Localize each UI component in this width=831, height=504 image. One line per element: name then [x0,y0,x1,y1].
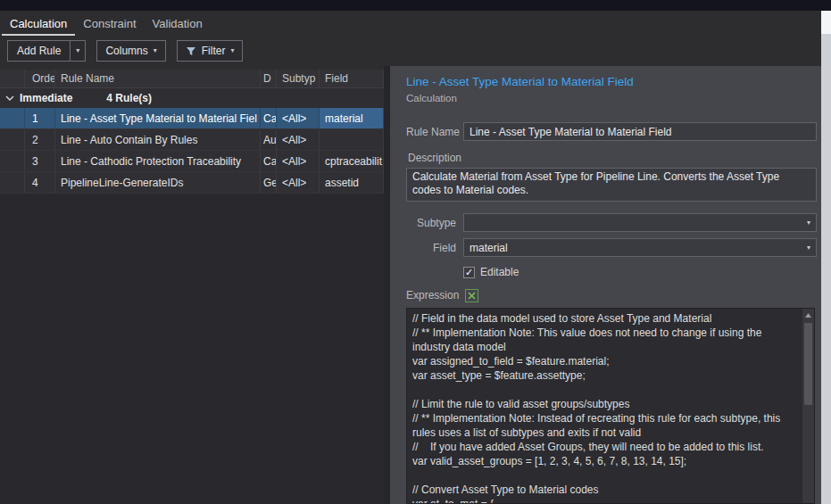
cell-d[interactable]: Ge [261,172,277,193]
tab-constraint[interactable]: Constraint [75,11,144,36]
code-line [412,383,800,397]
cell-handle[interactable] [0,151,25,171]
check-icon: ✓ [465,268,473,277]
window-titlebar [0,0,831,11]
cell-order[interactable]: 1 [25,108,55,128]
tab-calculation[interactable]: Calculation [2,11,75,36]
expression-code: // Field in the data model used to store… [412,311,800,503]
field-label: Field [406,242,456,254]
cell-order[interactable]: 3 [25,151,55,171]
table-header: OrdeRule NameDSubtypField [0,70,384,88]
column-header-handle[interactable] [0,70,25,87]
tab-validation[interactable]: Validation [145,11,211,36]
cell-name[interactable]: Line - Asset Type Material to Material F… [55,108,261,128]
caret-down-icon: ▾ [154,47,157,54]
cell-field[interactable]: cptraceabilit [320,151,384,171]
cell-name[interactable]: PipelineLine-GenerateIDs [55,172,261,193]
code-line: // ** Implementation Note: Instead of re… [412,411,800,426]
cell-subtype[interactable]: <All> [277,151,320,171]
cell-field[interactable] [320,129,384,150]
code-line: rules uses a list of subtypes and exits … [412,426,800,440]
columns-button-label: Columns [105,45,147,57]
cell-name[interactable]: Line - Cathodic Protection Traceability [55,151,261,171]
arcade-expression-button[interactable] [465,289,478,302]
editable-label: Editable [480,266,519,278]
panel-splitter[interactable] [384,66,390,504]
table-row[interactable]: 1Line - Asset Type Material to Material … [0,108,384,129]
filter-button[interactable]: Filter ▾ [177,40,244,62]
cell-d[interactable]: Ca [261,151,277,171]
add-rule-dropdown-button[interactable]: ▾ [70,40,86,62]
add-rule-button[interactable]: Add Rule [7,40,70,62]
subtype-label: Subtype [406,217,456,229]
code-scrollbar[interactable] [802,309,814,503]
code-line: industry data model [412,340,800,354]
code-line: var valid_asset_groups = [1, 2, 3, 4, 5,… [412,454,800,468]
cell-subtype[interactable]: <All> [277,129,320,150]
code-line: var assigned_to_field = $feature.materia… [412,354,800,368]
subtype-row: Subtype ▾ [406,213,817,232]
description-label: Description [408,153,817,164]
group-row-immediate[interactable]: Immediate 4 Rule(s) [0,88,384,108]
rule-rows: 1Line - Asset Type Material to Material … [0,108,384,194]
window-scrollbar[interactable] [821,11,831,504]
window-scrollbar-thumb[interactable] [821,11,831,34]
code-line [412,468,800,483]
cell-subtype[interactable]: <All> [277,108,320,128]
table-row[interactable]: 3Line - Cathodic Protection Traceability… [0,151,384,172]
filter-icon [186,46,196,56]
code-line: // If you have added Asset Groups, they … [412,440,800,454]
field-value: material [470,242,807,254]
code-scrollbar-thumb[interactable] [804,323,812,405]
cell-handle[interactable] [0,172,25,193]
tab-bar: Calculation Constraint Validation [0,11,821,36]
caret-down-icon: ▾ [76,47,79,54]
code-line: // Convert Asset Type to Material codes [412,483,800,497]
expression-editor[interactable]: // Field in the data model used to store… [406,308,815,504]
code-line: var at_to_mat = { [412,497,800,503]
code-line: // Limit the rule to valid asset groups/… [412,397,800,411]
cell-handle[interactable] [0,129,25,150]
cell-d[interactable]: Ca [261,108,277,128]
rule-subtitle: Calculation [406,93,817,104]
subtype-dropdown[interactable]: ▾ [463,213,817,232]
column-header-d[interactable]: D [261,70,277,87]
cell-handle[interactable] [0,108,25,128]
columns-button[interactable]: Columns ▾ [96,40,165,62]
column-header-field[interactable]: Field [320,70,384,87]
field-row: Field material ▾ [406,238,817,257]
code-line: // Field in the data model used to store… [412,311,800,326]
cell-order[interactable]: 2 [25,129,55,150]
field-dropdown[interactable]: material ▾ [463,238,817,257]
rule-name-label: Rule Name [406,126,456,138]
cell-field[interactable]: assetid [320,172,384,193]
cell-order[interactable]: 4 [25,172,55,193]
description-input[interactable]: Calculate Material from Asset Type for P… [406,168,817,202]
group-count: 4 Rule(s) [106,92,152,104]
editable-row: ✓ Editable [463,265,817,279]
rules-table: OrdeRule NameDSubtypField Immediate 4 Ru… [0,70,384,504]
code-line: var asset_type = $feature.assettype; [412,368,800,383]
rule-name-input[interactable]: Line - Asset Type Material to Material F… [463,122,817,141]
cell-field[interactable]: material [320,108,384,128]
expression-label: Expression [406,289,459,302]
table-row[interactable]: 4PipelineLine-GenerateIDsGe<All>assetid [0,172,384,194]
toolbar: Add Rule ▾ Columns ▾ Filter ▾ [7,39,243,62]
expression-row: Expression [406,287,817,303]
column-header-subtype[interactable]: Subtyp [277,70,320,87]
cell-subtype[interactable]: <All> [277,172,320,193]
scroll-up-icon [802,309,814,321]
column-header-order[interactable]: Orde [25,70,55,87]
table-row[interactable]: 2Line - Auto Contain By RulesAu<All> [0,129,384,151]
editable-checkbox[interactable]: ✓ [463,267,475,278]
rule-details-panel: Line - Asset Type Material to Material F… [390,66,821,504]
filter-button-label: Filter [202,45,226,57]
caret-down-icon: ▾ [807,219,810,227]
group-label: Immediate [20,92,72,104]
add-rule-split-button: Add Rule ▾ [7,40,86,62]
cell-d[interactable]: Au [261,129,277,150]
rule-title: Line - Asset Type Material to Material F… [406,75,817,89]
cell-name[interactable]: Line - Auto Contain By Rules [55,129,261,150]
column-header-name[interactable]: Rule Name [55,70,261,87]
caret-down-icon: ▾ [230,47,234,54]
